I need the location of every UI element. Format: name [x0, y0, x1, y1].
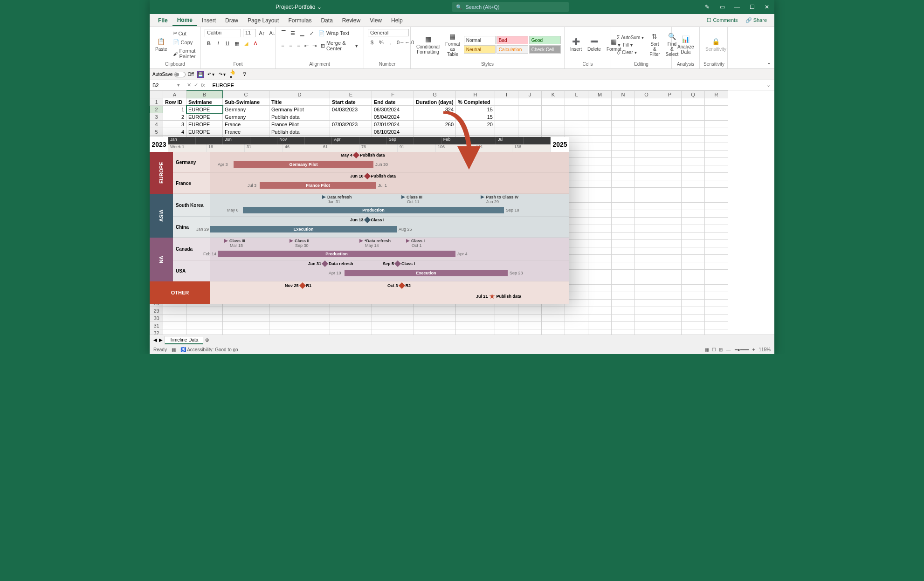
row-header-3[interactable]: 3: [150, 113, 163, 121]
cell[interactable]: [414, 128, 456, 136]
select-all-cell[interactable]: [150, 91, 163, 98]
cell[interactable]: EUROPE: [186, 106, 223, 113]
cell[interactable]: 06/10/2024: [372, 128, 414, 136]
row-header-5[interactable]: 5: [150, 128, 163, 136]
copy-button[interactable]: 📄 Copy: [171, 38, 198, 46]
currency-icon[interactable]: $: [368, 38, 376, 47]
border-icon[interactable]: ▦: [233, 39, 241, 48]
header-cell[interactable]: Start date: [330, 98, 372, 106]
header-cell[interactable]: Row ID: [163, 98, 186, 106]
number-format-select[interactable]: General: [368, 29, 409, 36]
header-cell[interactable]: Duration (days): [414, 98, 456, 106]
zoom-level[interactable]: 115%: [759, 347, 771, 352]
increase-font-icon[interactable]: A↑: [258, 29, 266, 37]
share-button[interactable]: 🔗 Share: [742, 15, 771, 25]
col-header-L[interactable]: L: [565, 91, 588, 98]
align-middle-icon[interactable]: ☰: [289, 29, 297, 37]
col-header-P[interactable]: P: [658, 91, 682, 98]
col-header-N[interactable]: N: [612, 91, 635, 98]
delete-cells-button[interactable]: ➖Delete: [586, 37, 603, 53]
italic-icon[interactable]: I: [214, 39, 222, 48]
insert-function-icon[interactable]: fx: [201, 82, 205, 88]
header-cell[interactable]: End date: [372, 98, 414, 106]
align-center-icon[interactable]: ≡: [287, 41, 294, 50]
cell[interactable]: 260: [414, 121, 456, 128]
cell[interactable]: 04/03/2023: [330, 106, 372, 113]
sort-filter-button[interactable]: ⇅Sort & Filter: [648, 32, 662, 58]
merge-button[interactable]: ⊞ Merge & Center ▾: [319, 39, 360, 52]
view-normal-icon[interactable]: ▦: [705, 347, 709, 352]
name-box[interactable]: B2▾: [150, 82, 183, 88]
font-size-select[interactable]: 11: [243, 29, 256, 37]
undo-icon[interactable]: ↶ ▾: [207, 70, 215, 79]
row-header-2[interactable]: 2: [150, 106, 163, 113]
col-header-C[interactable]: C: [223, 91, 269, 98]
stats-icon[interactable]: ▦: [172, 347, 176, 352]
sheet-nav-prev-icon[interactable]: ◀: [153, 337, 157, 342]
tab-insert[interactable]: Insert: [197, 15, 221, 26]
view-page-layout-icon[interactable]: ☐: [712, 347, 716, 352]
cell[interactable]: France: [223, 121, 269, 128]
close-icon[interactable]: ✕: [759, 0, 774, 14]
analyze-data-button[interactable]: 📊Analyze Data: [676, 34, 696, 55]
align-bottom-icon[interactable]: ▁: [298, 29, 306, 37]
conditional-formatting-button[interactable]: ▦Conditional Formatting: [414, 34, 441, 55]
new-sheet-icon[interactable]: ⊕: [205, 337, 209, 342]
cell[interactable]: 20: [456, 121, 495, 128]
tab-formulas[interactable]: Formulas: [283, 15, 316, 26]
sheet-tab-timeline-data[interactable]: Timeline Data: [165, 336, 203, 344]
col-header-J[interactable]: J: [518, 91, 542, 98]
row-header-29[interactable]: 29: [150, 307, 163, 314]
fill-button[interactable]: ▼ Fill ▾: [615, 41, 646, 48]
restore-icon[interactable]: ▭: [715, 0, 730, 14]
style-calculation[interactable]: Calculation: [496, 45, 528, 54]
style-neutral[interactable]: Neutral: [464, 45, 496, 54]
autosave-toggle[interactable]: AutoSaveOff: [152, 72, 194, 77]
col-header-H[interactable]: H: [456, 91, 495, 98]
cell[interactable]: 07/01/2024: [372, 121, 414, 128]
redo-icon[interactable]: ↷ ▾: [218, 70, 227, 79]
row-header-1[interactable]: 1: [150, 98, 163, 106]
row-header-30[interactable]: 30: [150, 314, 163, 322]
expand-formula-icon[interactable]: ⌄: [763, 82, 774, 88]
cell[interactable]: [414, 113, 456, 121]
col-header-G[interactable]: G: [414, 91, 456, 98]
tab-draw[interactable]: Draw: [221, 15, 243, 26]
view-page-break-icon[interactable]: ⊞: [719, 347, 723, 352]
cell[interactable]: EUROPE: [186, 128, 223, 136]
cell[interactable]: EUROPE: [186, 113, 223, 121]
tab-view[interactable]: View: [365, 15, 386, 26]
cancel-formula-icon[interactable]: ✕: [187, 82, 191, 88]
col-header-O[interactable]: O: [635, 91, 658, 98]
tab-home[interactable]: Home: [172, 15, 197, 26]
cell[interactable]: [330, 113, 372, 121]
fill-color-icon[interactable]: ◢: [242, 39, 250, 48]
autosum-button[interactable]: Σ AutoSum ▾: [615, 34, 646, 41]
cell[interactable]: 4: [163, 128, 186, 136]
tab-review[interactable]: Review: [338, 15, 365, 26]
increase-indent-icon[interactable]: ⇥: [311, 41, 318, 50]
cell[interactable]: 15: [456, 113, 495, 121]
style-bad[interactable]: Bad: [496, 36, 528, 44]
style-good[interactable]: Good: [529, 36, 561, 44]
tab-help[interactable]: Help: [386, 15, 407, 26]
tab-data[interactable]: Data: [316, 15, 337, 26]
cell[interactable]: 07/03/2023: [330, 121, 372, 128]
col-header-D[interactable]: D: [269, 91, 330, 98]
font-name-select[interactable]: Calibri: [205, 29, 241, 37]
cell[interactable]: Germany: [223, 113, 269, 121]
cell[interactable]: 2: [163, 113, 186, 121]
spreadsheet-grid[interactable]: ABCDEFGHIJKLMNOPQR1Row IDSwimlaneSub-Swi…: [150, 90, 774, 335]
save-icon[interactable]: 💾: [197, 71, 204, 78]
customize-qat-icon[interactable]: ⊽: [241, 70, 249, 79]
increase-decimal-icon[interactable]: .0→: [396, 38, 404, 47]
col-header-R[interactable]: R: [705, 91, 728, 98]
cell[interactable]: 05/04/2024: [372, 113, 414, 121]
cell[interactable]: Publish data: [269, 128, 330, 136]
style-check-cell[interactable]: Check Cell: [529, 45, 561, 54]
col-header-I[interactable]: I: [495, 91, 518, 98]
header-cell[interactable]: Swimlane: [186, 98, 223, 106]
cell[interactable]: [330, 128, 372, 136]
format-as-table-button[interactable]: ▦Format as Table: [443, 32, 462, 58]
insert-cells-button[interactable]: ➕Insert: [568, 37, 584, 53]
